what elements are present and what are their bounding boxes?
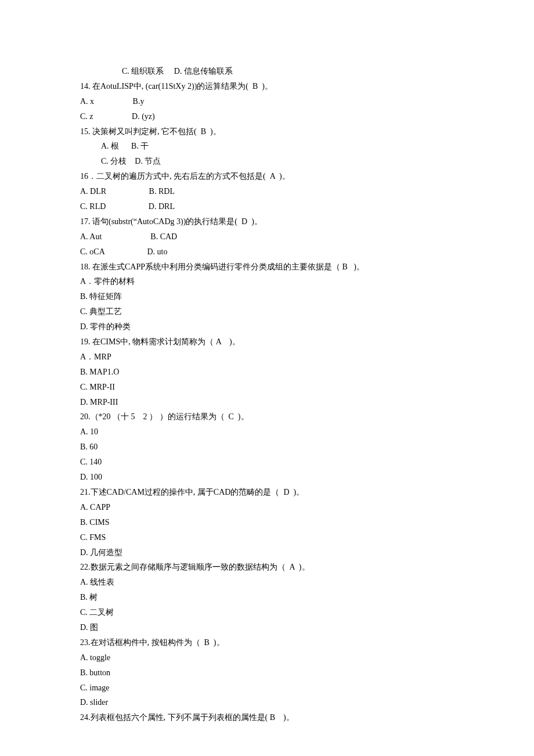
text-line: D. 图 bbox=[80, 620, 454, 635]
text-line: A. Aut B. CAD bbox=[80, 229, 454, 244]
text-line: B. 特征矩阵 bbox=[80, 289, 454, 304]
text-line: C. 140 bbox=[80, 455, 454, 470]
text-line: 19. 在CIMS中, 物料需求计划简称为（ A )。 bbox=[80, 334, 454, 350]
text-line: D. MRP-III bbox=[80, 395, 454, 410]
text-line: D. 100 bbox=[80, 470, 454, 485]
text-line: C. image bbox=[80, 681, 454, 696]
text-line: D. slider bbox=[80, 695, 454, 710]
text-line: C. RLD D. DRL bbox=[80, 199, 454, 214]
text-line: A. 10 bbox=[80, 424, 454, 440]
text-line: C. 典型工艺 bbox=[80, 304, 454, 319]
text-line: 17. 语句(substr(“AutoCADg 3))的执行结果是( D )。 bbox=[80, 214, 454, 229]
text-line: B. 60 bbox=[80, 440, 454, 455]
text-line: 20.（*20 （十 5 2 ） ）的运行结果为（ C )。 bbox=[80, 409, 454, 424]
text-line: C. MRP-II bbox=[80, 380, 454, 395]
text-line: C. z D. (yz) bbox=[80, 109, 454, 124]
text-line: C. 分枝 D. 节点 bbox=[80, 154, 454, 169]
text-line: D. 零件的种类 bbox=[80, 319, 454, 334]
text-line: A. DLR B. RDL bbox=[80, 184, 454, 199]
text-line: 23.在对话框构件中, 按钮构件为（ B )。 bbox=[80, 635, 454, 650]
text-line: C. 组织联系 D. 信息传输联系 bbox=[80, 64, 454, 79]
text-line: 16．二叉树的遍历方式中, 先右后左的方式不包括是( A )。 bbox=[80, 169, 454, 184]
text-line: B. button bbox=[80, 665, 454, 681]
text-line: 21.下述CAD/CAM过程的操作中, 属于CAD的范畴的是（ D )。 bbox=[80, 485, 454, 500]
text-line: A. toggle bbox=[80, 650, 454, 665]
text-line: C. 二叉树 bbox=[80, 605, 454, 620]
text-line: A. CAPP bbox=[80, 500, 454, 515]
text-line: A．零件的材料 bbox=[80, 274, 454, 289]
text-line: 24.列表框包括六个属性, 下列不属于列表框的属性是( B )。 bbox=[80, 710, 454, 725]
text-line: 22.数据元素之间存储顺序与逻辑顺序一致的数据结构为（ A )。 bbox=[80, 560, 454, 575]
text-line: 15. 决策树又叫判定树, 它不包括( B )。 bbox=[80, 124, 454, 139]
text-line: A. 根 B. 干 bbox=[80, 139, 454, 154]
text-line: 14. 在AotuLISP中, (car(11StXy 2))的运算结果为( B… bbox=[80, 79, 454, 94]
text-line: B. CIMS bbox=[80, 515, 454, 530]
text-line: B. 树 bbox=[80, 590, 454, 605]
text-line: D. 几何造型 bbox=[80, 545, 454, 560]
text-line: C. FMS bbox=[80, 530, 454, 545]
text-line: A. 线性表 bbox=[80, 575, 454, 590]
text-line: C. oCA D. uto bbox=[80, 244, 454, 260]
text-line: B. MAP1.O bbox=[80, 365, 454, 380]
text-line: A. x B.y bbox=[80, 94, 454, 109]
question-list: C. 组织联系 D. 信息传输联系14. 在AotuLISP中, (car(11… bbox=[80, 64, 454, 725]
document-page: C. 组织联系 D. 信息传输联系14. 在AotuLISP中, (car(11… bbox=[0, 0, 534, 756]
text-line: 18. 在派生式CAPP系统中利用分类编码进行零件分类成组的主要依据是（ B )… bbox=[80, 260, 454, 275]
text-line: A．MRP bbox=[80, 350, 454, 365]
